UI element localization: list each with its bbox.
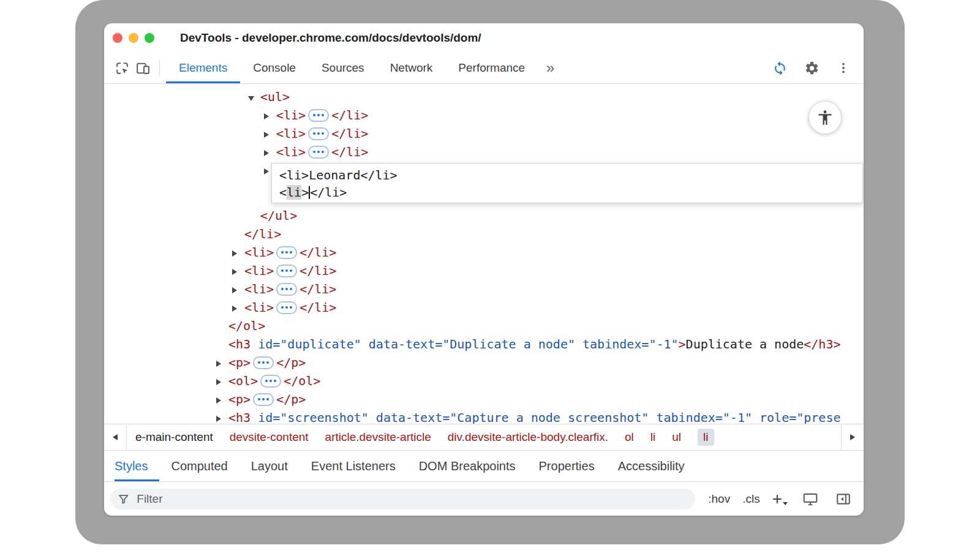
- breadcrumb-scroll-right-button[interactable]: [841, 424, 864, 450]
- dom-tree-row[interactable]: <ul>: [104, 88, 864, 106]
- breadcrumb-item-e-main-content[interactable]: e-main-content: [135, 430, 213, 444]
- dom-tree-row[interactable]: </li>: [104, 225, 864, 243]
- inspect-icon: [115, 61, 130, 76]
- inline-expand-button[interactable]: [276, 283, 297, 296]
- tab-elements[interactable]: Elements: [166, 53, 240, 83]
- dom-tree-row[interactable]: <li></li>: [104, 243, 864, 261]
- kebab-menu-icon: [837, 61, 850, 75]
- tab-event-listeners[interactable]: Event Listeners: [300, 451, 407, 481]
- breadcrumb-item-li[interactable]: li: [698, 429, 714, 446]
- dom-edit-box[interactable]: <li>Leonard</li><li></li>: [271, 163, 863, 203]
- expand-arrow-icon[interactable]: [232, 263, 244, 281]
- dom-tree-row[interactable]: <h3 id="duplicate" data-text="Duplicate …: [104, 335, 864, 353]
- breadcrumb-item-ol[interactable]: ol: [625, 430, 634, 444]
- device-toolbar-button[interactable]: [132, 58, 153, 78]
- code-token: id=: [258, 337, 280, 351]
- dom-tree-row[interactable]: <ol></ol>: [104, 372, 864, 390]
- tab-accessibility[interactable]: Accessibility: [606, 451, 696, 481]
- new-style-rule-button[interactable]: +: [772, 492, 788, 506]
- breadcrumb-scroll-left-button[interactable]: [104, 424, 127, 450]
- dom-tree-row[interactable]: <li></li>: [104, 143, 864, 161]
- tab-computed[interactable]: Computed: [159, 451, 239, 481]
- toggle-element-state-button[interactable]: :hov: [708, 492, 730, 506]
- tab-network[interactable]: Network: [377, 53, 446, 83]
- dom-tree-row[interactable]: <p></p>: [104, 353, 864, 372]
- inline-expand-button[interactable]: [276, 301, 297, 314]
- dom-tree-row[interactable]: <li></li>: [104, 106, 864, 124]
- expand-arrow-icon[interactable]: [232, 244, 244, 263]
- inline-expand-button[interactable]: [308, 109, 329, 122]
- tab-performance[interactable]: Performance: [445, 53, 538, 83]
- settings-button[interactable]: [801, 58, 822, 78]
- dom-tree-row[interactable]: <li></li>: [104, 280, 864, 298]
- code-token: [369, 410, 376, 424]
- tab-sources[interactable]: Sources: [309, 53, 377, 83]
- breadcrumb-item-li[interactable]: li: [650, 430, 655, 444]
- collapse-arrow-icon[interactable]: [248, 89, 260, 107]
- sidebar-toggle-icon: [835, 491, 851, 507]
- devtools-window: DevTools - developer.chrome.com/docs/dev…: [104, 23, 864, 516]
- inline-expand-button[interactable]: [276, 246, 297, 259]
- accessibility-button[interactable]: [809, 101, 842, 134]
- code-token: </ol>: [284, 374, 320, 388]
- dom-tree-rows: <ul><li></li><li></li><li></li><li>Leona…: [104, 88, 864, 424]
- inline-expand-button[interactable]: [253, 393, 274, 406]
- breadcrumb-item-article-devsite-article[interactable]: article.devsite-article: [325, 430, 431, 444]
- expand-arrow-icon[interactable]: [264, 107, 276, 126]
- more-tabs-button[interactable]: »: [540, 59, 560, 77]
- dom-tree-row[interactable]: <li>Leonard</li><li></li>: [104, 161, 864, 206]
- expand-arrow-icon[interactable]: [216, 391, 228, 410]
- expand-arrow-icon[interactable]: [216, 373, 228, 391]
- expand-arrow-icon[interactable]: [216, 355, 228, 373]
- dom-tree-row[interactable]: <li></li>: [104, 124, 864, 143]
- sync-button[interactable]: [769, 58, 790, 78]
- breadcrumb-item-devsite-content[interactable]: devsite-content: [230, 430, 309, 444]
- dom-tree-row[interactable]: <li></li>: [104, 261, 864, 280]
- window-title: DevTools - developer.chrome.com/docs/dev…: [180, 31, 481, 45]
- code-token: "duplicate": [280, 337, 361, 351]
- dom-tree-row[interactable]: </ul>: [104, 206, 864, 225]
- inline-expand-button[interactable]: [253, 356, 274, 369]
- filter-field[interactable]: [110, 489, 695, 509]
- inline-expand-button[interactable]: [308, 146, 329, 159]
- expand-arrow-icon[interactable]: [216, 410, 228, 424]
- code-token: <li>: [244, 300, 274, 315]
- tab-console[interactable]: Console: [240, 53, 309, 83]
- minimize-button[interactable]: [129, 33, 138, 43]
- dom-tree-row[interactable]: </ol>: [104, 317, 864, 335]
- close-button[interactable]: [113, 33, 123, 43]
- code-token: data-text=: [369, 337, 442, 351]
- expand-arrow-icon[interactable]: [264, 144, 276, 162]
- dom-tree-row[interactable]: <p></p>: [104, 390, 864, 408]
- filter-input[interactable]: [135, 492, 688, 506]
- inspect-button[interactable]: [111, 58, 132, 78]
- tab-properties[interactable]: Properties: [527, 451, 606, 481]
- element-classes-button[interactable]: .cls: [742, 492, 760, 506]
- rendering-emulations-button[interactable]: [800, 489, 821, 509]
- filter-funnel-icon: [118, 493, 129, 505]
- expand-arrow-icon[interactable]: [232, 299, 244, 318]
- gear-icon: [804, 61, 820, 76]
- inline-expand-button[interactable]: [260, 375, 281, 388]
- dom-tree-row[interactable]: <h3 id="screenshot" data-text="Capture a…: [104, 408, 864, 424]
- zoom-button[interactable]: [145, 33, 154, 43]
- breadcrumb-item-ul[interactable]: ul: [672, 430, 681, 444]
- code-token: "screenshot": [280, 410, 369, 424]
- inline-expand-button[interactable]: [308, 127, 329, 140]
- plus-icon: +: [772, 492, 782, 506]
- toggle-sidebar-button[interactable]: [833, 489, 854, 509]
- menu-button[interactable]: [833, 58, 854, 78]
- expand-arrow-icon[interactable]: [232, 281, 244, 299]
- styles-tab-strip: StylesComputedLayoutEvent ListenersDOM B…: [104, 451, 864, 481]
- monitor-icon: [802, 491, 818, 507]
- tab-dom-breakpoints[interactable]: DOM Breakpoints: [407, 451, 527, 481]
- device-toolbar-icon: [135, 61, 151, 76]
- breadcrumb-item-div-devsite-article-body-clearfix-[interactable]: div.devsite-article-body.clearfix.: [448, 430, 608, 444]
- tab-styles[interactable]: Styles: [115, 451, 159, 481]
- inline-expand-button[interactable]: [276, 265, 297, 277]
- dom-tree-row[interactable]: <li></li>: [104, 298, 864, 317]
- code-token: </li>: [331, 108, 368, 122]
- expand-arrow-icon[interactable]: [264, 126, 276, 144]
- tab-layout[interactable]: Layout: [239, 451, 300, 481]
- device-frame: DevTools - developer.chrome.com/docs/dev…: [75, 0, 905, 544]
